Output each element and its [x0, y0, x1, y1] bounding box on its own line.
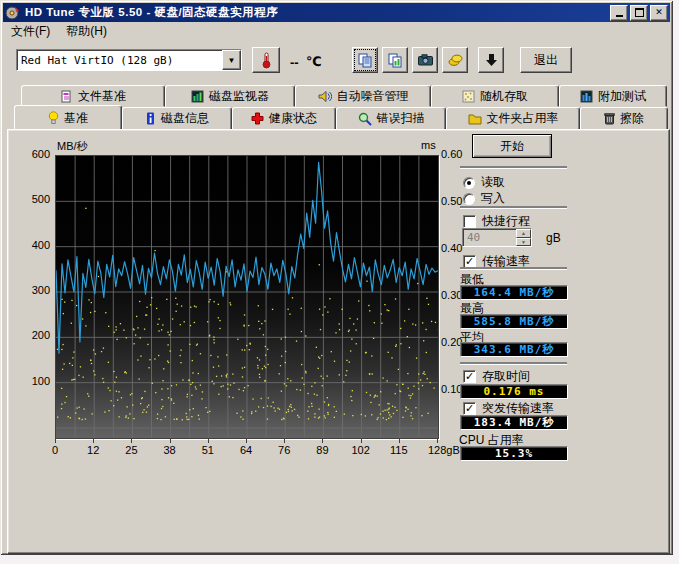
- tab-disk-info[interactable]: 磁盘信息: [122, 107, 232, 130]
- temperature-value: --: [290, 55, 299, 70]
- short-stroke-size-spinner[interactable]: 40 ▲ ▼: [462, 228, 532, 247]
- right-axis-tick-label: 0.60: [441, 148, 462, 160]
- minimize-button[interactable]: [610, 5, 628, 21]
- copy-image-button[interactable]: [382, 47, 408, 73]
- tab-erase[interactable]: 擦除: [580, 107, 668, 130]
- x-axis-tick: [55, 439, 56, 443]
- app-icon: [5, 6, 21, 20]
- x-axis-tick: [437, 439, 438, 443]
- tab-noise-management-label: 自动噪音管理: [337, 88, 409, 105]
- tab-row-back: 文件基准磁盘监视器自动噪音管理随机存取附加测试: [0, 85, 679, 107]
- left-axis-tick-label: 400: [18, 239, 50, 251]
- cpu-usage-display: 15.3%: [460, 446, 568, 461]
- tab-random-access[interactable]: 随机存取: [431, 85, 559, 107]
- x-axis-tick: [131, 439, 132, 443]
- down-arrow-icon: [485, 53, 498, 67]
- menu-bar: 文件(F)帮助(H): [3, 22, 670, 41]
- tab-health-label: 健康状态: [269, 110, 317, 127]
- temperature-button[interactable]: [252, 47, 280, 73]
- info-icon: [145, 112, 156, 125]
- tab-file-benchmark-label: 文件基准: [78, 88, 126, 105]
- x-axis-tick: [93, 439, 94, 443]
- spinner-down-icon[interactable]: ▼: [516, 238, 531, 247]
- x-axis-tick-label: 89: [302, 444, 342, 456]
- maximize-button[interactable]: [630, 5, 648, 21]
- left-axis-tick-label: 500: [18, 193, 50, 205]
- tab-row-front: 基准磁盘信息健康状态错误扫描文件夹占用率擦除: [0, 107, 679, 130]
- right-axis-tick-label: 0.40: [441, 242, 462, 254]
- maximize-icon: [635, 8, 644, 17]
- tab-disk-info-label: 磁盘信息: [161, 110, 209, 127]
- max-value-display: 585.8 MB/秒: [460, 314, 568, 329]
- x-axis-tick: [246, 439, 247, 443]
- tab-disk-monitor[interactable]: 磁盘监视器: [165, 85, 295, 107]
- access-time-checkbox[interactable]: ✓ 存取时间: [463, 368, 530, 385]
- x-axis-tick: [284, 439, 285, 443]
- short-stroke-unit: gB: [546, 231, 561, 245]
- x-axis-tick: [208, 439, 209, 443]
- separator: [460, 362, 567, 364]
- x-axis-tick-label: 76: [264, 444, 304, 456]
- right-axis-title: ms: [421, 139, 436, 151]
- minimize-icon: [616, 15, 623, 17]
- x-axis-tick-label: 38: [150, 444, 190, 456]
- read-radio[interactable]: 读取: [463, 174, 505, 191]
- trash-icon: [604, 112, 615, 125]
- left-axis-tick-label: 600: [18, 148, 50, 160]
- tab-folder-usage[interactable]: 文件夹占用率: [446, 107, 580, 130]
- screenshot-button[interactable]: [412, 47, 438, 73]
- x-axis-tick: [399, 439, 400, 443]
- x-axis-tick-label: 64: [226, 444, 266, 456]
- drive-selector[interactable]: Red Hat VirtIO (128 gB) ▼: [16, 49, 242, 71]
- thermometer-icon: [260, 51, 272, 69]
- tab-extra-tests[interactable]: 附加测试: [559, 85, 667, 107]
- speaker-icon: [318, 90, 332, 103]
- copy-image-icon: [388, 53, 403, 68]
- tab-health[interactable]: 健康状态: [232, 107, 336, 130]
- write-radio[interactable]: 写入: [463, 190, 505, 207]
- tab-erase-label: 擦除: [620, 110, 644, 127]
- left-axis-tick-label: 200: [18, 329, 50, 341]
- temperature-unit: ℃: [306, 54, 322, 69]
- menu-help[interactable]: 帮助(H): [58, 21, 115, 42]
- copy-icon: [358, 53, 373, 68]
- start-button[interactable]: 开始: [472, 134, 552, 158]
- tab-random-access-label: 随机存取: [480, 88, 528, 105]
- x-axis-tick: [361, 439, 362, 443]
- checkbox-icon: ✓: [463, 402, 476, 415]
- exit-button-label: 退出: [534, 52, 558, 69]
- window-title: HD Tune 专业版 5.50 - 硬盘/固态硬盘实用程序: [25, 5, 278, 20]
- tab-benchmark[interactable]: 基准: [14, 105, 122, 130]
- x-axis-tick-label: 25: [111, 444, 151, 456]
- coins-icon: [448, 53, 463, 67]
- tab-error-scan-label: 错误扫描: [377, 110, 425, 127]
- tab-extra-tests-label: 附加测试: [598, 88, 646, 105]
- x-axis-tick: [322, 439, 323, 443]
- radio-icon: [463, 193, 475, 205]
- camera-icon: [418, 54, 433, 66]
- radio-icon: [463, 177, 475, 189]
- donate-button[interactable]: [442, 47, 468, 73]
- save-button[interactable]: [478, 47, 504, 73]
- separator: [460, 206, 567, 208]
- benchmark-chart: [55, 155, 439, 439]
- x-axis-tick-label: 102: [341, 444, 381, 456]
- dropdown-arrow-icon[interactable]: ▼: [222, 50, 241, 70]
- x-axis-tick-label: 115: [379, 444, 419, 456]
- checkbox-icon: [463, 215, 476, 228]
- exit-button[interactable]: 退出: [520, 47, 572, 73]
- spinner-up-icon[interactable]: ▲: [516, 229, 531, 238]
- tab-error-scan[interactable]: 错误扫描: [336, 107, 446, 130]
- tab-noise-management[interactable]: 自动噪音管理: [295, 85, 431, 107]
- menu-file[interactable]: 文件(F): [3, 21, 58, 42]
- burst-rate-display: 183.4 MB/秒: [460, 415, 568, 430]
- checkbox-icon: ✓: [463, 370, 476, 383]
- x-axis-tick-label: 12: [73, 444, 113, 456]
- folder-icon: [468, 113, 482, 125]
- access-time-display: 0.176 ms: [460, 384, 568, 399]
- close-button[interactable]: ✕: [650, 5, 668, 21]
- separator: [460, 166, 567, 168]
- tab-file-benchmark[interactable]: 文件基准: [21, 85, 165, 107]
- copy-text-button[interactable]: [352, 47, 378, 73]
- file-benchmark-icon: [60, 90, 73, 103]
